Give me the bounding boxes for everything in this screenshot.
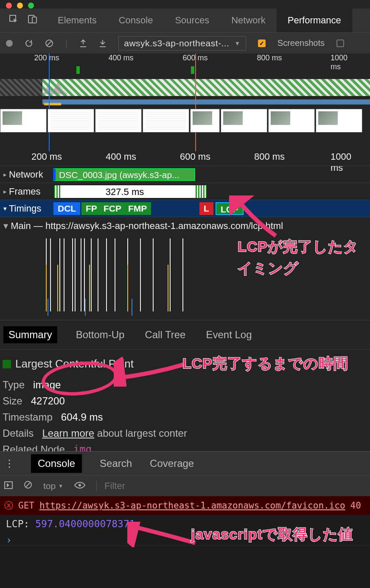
context-label: top — [43, 481, 56, 491]
detail-size-value: 427200 — [31, 395, 65, 407]
tab-summary[interactable]: Summary — [3, 326, 57, 343]
timeline-overview[interactable]: 200 ms 400 ms 600 ms 800 ms 1000 ms — [0, 54, 370, 151]
tick-label: 400 ms — [108, 54, 133, 62]
drawer-menu-icon[interactable]: ⋮ — [4, 458, 13, 469]
error-icon: ⓧ — [4, 500, 13, 512]
error-method: GET — [18, 500, 34, 511]
fullscreen-window-icon[interactable] — [28, 3, 34, 8]
clear-icon[interactable] — [45, 39, 53, 48]
main-track-label: Main — https://awsyk.s3-ap-northeast-1.a… — [11, 220, 283, 231]
overview-marker-load — [195, 54, 196, 151]
event-color-swatch — [3, 360, 11, 368]
annotation-lcp-timing: LCPが完了したタイミング — [238, 236, 365, 279]
detail-details-label: Details — [3, 427, 34, 439]
tab-performance[interactable]: Performance — [277, 8, 352, 32]
svg-line-7 — [25, 482, 31, 487]
load-profile-icon[interactable] — [79, 39, 87, 48]
track-label: Frames — [9, 186, 41, 197]
tick-label: 200 ms — [31, 151, 62, 162]
console-filter-input[interactable] — [96, 481, 207, 492]
track-frames[interactable]: ▸Frames 327.5 ms — [0, 183, 370, 200]
filmstrip-thumb[interactable] — [268, 109, 315, 133]
filmstrip-thumb[interactable] — [95, 109, 142, 133]
tick-label: 400 ms — [106, 151, 136, 162]
track-main-header[interactable]: ▾ Main — https://awsyk.s3-ap-northeast-1… — [0, 217, 370, 235]
drawer-tab-search[interactable]: Search — [100, 458, 132, 469]
screenshot-filmstrip[interactable] — [0, 109, 370, 133]
flame-ticks: 200 ms 400 ms 600 ms 800 ms 1000 ms — [0, 151, 370, 166]
track-timings[interactable]: ▾Timings DCL FP FCP FMP L LCP — [0, 200, 370, 217]
filmstrip-thumb[interactable] — [221, 109, 267, 133]
recording-select-label: awsyk.s3-ap-northeast-... — [124, 38, 229, 48]
timing-marker-dcl[interactable]: DCL — [53, 202, 80, 215]
close-window-icon[interactable] — [6, 3, 12, 8]
timing-marker-fmp[interactable]: FMP — [124, 202, 151, 215]
console-drawer: ⋮ Console Search Coverage top ▼ ⓧ GET ht… — [0, 451, 370, 588]
tick-label: 200 ms — [34, 54, 59, 62]
drawer-tabs: ⋮ Console Search Coverage — [0, 451, 370, 475]
detail-size-label: Size — [3, 395, 22, 407]
tab-network[interactable]: Network — [220, 8, 277, 32]
network-request-bar[interactable]: DSC_0003.jpg (awsyk.s3-ap... — [53, 168, 195, 181]
drawer-tab-coverage[interactable]: Coverage — [150, 458, 194, 469]
filmstrip-thumb[interactable] — [190, 109, 220, 133]
frame-duration-label: 327.5 ms — [106, 187, 144, 197]
log-label: LCP: — [6, 518, 35, 529]
tab-call-tree[interactable]: Call Tree — [143, 326, 187, 343]
clear-console-icon[interactable] — [24, 481, 32, 491]
annotation-lcp-duration: LCP完了するまでの時間 — [182, 353, 361, 374]
tab-sources[interactable]: Sources — [164, 8, 220, 32]
drawer-tab-console[interactable]: Console — [31, 454, 82, 473]
track-label: Timings — [9, 203, 41, 214]
screenshots-checkbox[interactable]: ✓ — [258, 40, 266, 47]
filmstrip-thumb[interactable] — [143, 109, 189, 133]
svg-line-4 — [47, 41, 52, 46]
performance-toolbar: | awsyk.s3-ap-northeast-... ▼ ✓ Screensh… — [0, 32, 370, 54]
tab-console[interactable]: Console — [108, 8, 164, 32]
tab-bottom-up[interactable]: Bottom-Up — [74, 326, 126, 343]
log-value: 597.0400000078371 — [35, 518, 135, 529]
svg-point-8 — [78, 484, 81, 486]
timing-marker-fcp[interactable]: FCP — [99, 202, 126, 215]
inspect-element-icon[interactable] — [9, 15, 18, 26]
detail-type-label: Type — [3, 379, 25, 390]
overview-ticks: 200 ms 400 ms 600 ms 800 ms 1000 ms — [0, 54, 370, 65]
screenshots-label: Screenshots — [278, 38, 325, 48]
console-error-entry[interactable]: ⓧ GET https://awsyk.s3-ap-northeast-1.am… — [0, 496, 370, 515]
learn-more-link[interactable]: Learn more — [42, 427, 94, 439]
filmstrip-thumb[interactable] — [316, 109, 362, 133]
timing-marker-lcp[interactable]: LCP — [216, 202, 244, 215]
eye-icon[interactable] — [74, 481, 85, 491]
tick-label: 600 ms — [180, 151, 210, 162]
timing-marker-fp[interactable]: FP — [81, 202, 101, 215]
reload-record-icon[interactable] — [25, 39, 33, 48]
device-toggle-icon[interactable] — [28, 15, 37, 26]
devtools-main-tabs: Elements Console Sources Network Perform… — [0, 8, 370, 32]
error-status-code: 40 — [350, 500, 361, 511]
tab-elements[interactable]: Elements — [47, 8, 108, 32]
frame-duration-bar[interactable]: 327.5 ms — [53, 185, 196, 198]
memory-checkbox[interactable] — [336, 40, 344, 47]
detail-timestamp-label: Timestamp — [3, 411, 53, 423]
error-url-link[interactable]: https://awsyk.s3-ap-northeast-1.amazonaw… — [39, 500, 345, 511]
svg-rect-2 — [32, 17, 36, 23]
track-network[interactable]: ▸Network DSC_0003.jpg (awsyk.s3-ap... — [0, 166, 370, 183]
chevron-down-icon: ▼ — [58, 483, 63, 489]
record-button[interactable] — [6, 40, 13, 47]
filmstrip-thumb[interactable] — [0, 109, 47, 133]
detail-details-rest: about largest conter — [97, 427, 187, 439]
tick-label: 1000 ms — [331, 54, 357, 71]
window-controls — [6, 3, 34, 8]
detail-tabs: Summary Bottom-Up Call Tree Event Log — [0, 320, 370, 349]
execution-context-select[interactable]: top ▼ — [43, 481, 63, 491]
chevron-down-icon: ▼ — [234, 40, 240, 47]
overview-marker-dcl — [49, 54, 50, 151]
console-sidebar-toggle-icon[interactable] — [4, 481, 13, 491]
filmstrip-thumb[interactable] — [48, 109, 94, 133]
minimize-window-icon[interactable] — [17, 3, 23, 8]
save-profile-icon[interactable] — [99, 39, 107, 48]
tab-event-log[interactable]: Event Log — [204, 326, 253, 343]
console-toolbar: top ▼ — [0, 475, 370, 496]
recording-select[interactable]: awsyk.s3-ap-northeast-... ▼ — [118, 36, 246, 51]
timing-marker-load[interactable]: L — [199, 202, 213, 215]
